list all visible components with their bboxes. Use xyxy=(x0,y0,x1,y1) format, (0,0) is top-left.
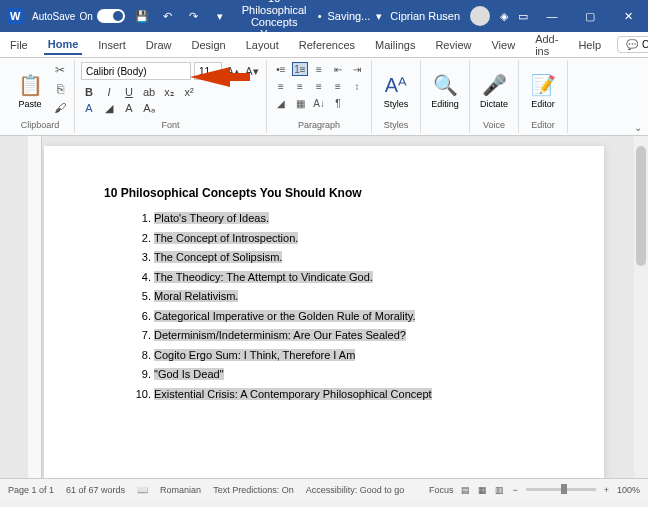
print-layout-icon[interactable]: ▤ xyxy=(461,485,470,495)
shading-button[interactable]: ◢ xyxy=(273,96,289,110)
page-count[interactable]: Page 1 of 1 xyxy=(8,485,54,495)
strike-button[interactable]: ab xyxy=(141,84,157,100)
editing-group: 🔍 Editing xyxy=(421,60,470,133)
list-item: "God Is Dead" xyxy=(154,366,544,383)
page[interactable]: 10 Philosophical Concepts You Should Kno… xyxy=(44,146,604,478)
diamond-icon[interactable]: ◈ xyxy=(500,10,508,23)
line-spacing-button[interactable]: ↕ xyxy=(349,79,365,93)
focus-mode[interactable]: Focus xyxy=(429,485,454,495)
font-group: Calibri (Body) 11 A▴ A▾ B I U ab x₂ x² A… xyxy=(75,60,267,133)
document-title: 10 Philosophical Concepts You... • Savin… xyxy=(237,0,383,40)
text-effects-button[interactable]: A xyxy=(121,100,137,116)
superscript-button[interactable]: x² xyxy=(181,84,197,100)
highlight-button[interactable]: ◢ xyxy=(101,100,117,116)
menubar: File Home Insert Draw Design Layout Refe… xyxy=(0,32,648,58)
sort-button[interactable]: A↓ xyxy=(311,96,327,110)
editing-button[interactable]: 🔍 Editing xyxy=(427,62,463,120)
multilevel-button[interactable]: ≡ xyxy=(311,62,327,76)
vertical-ruler[interactable] xyxy=(28,136,42,478)
font-name-select[interactable]: Calibri (Body) xyxy=(81,62,191,80)
menu-layout[interactable]: Layout xyxy=(242,36,283,54)
styles-group: Aᴬ Styles Styles xyxy=(372,60,421,133)
zoom-in-button[interactable]: + xyxy=(604,485,609,495)
menu-mailings[interactable]: Mailings xyxy=(371,36,419,54)
editor-button[interactable]: 📝 Editor xyxy=(525,62,561,120)
menu-file[interactable]: File xyxy=(6,36,32,54)
word-count[interactable]: 61 of 67 words xyxy=(66,485,125,495)
paste-button[interactable]: 📋 Paste xyxy=(12,62,48,120)
list-item: Existential Crisis: A Contemporary Philo… xyxy=(154,386,544,403)
align-left-button[interactable]: ≡ xyxy=(273,79,289,93)
minimize-button[interactable]: — xyxy=(538,6,566,26)
list-item: Determinism/Indeterminism: Are Our Fates… xyxy=(154,327,544,344)
increase-font-icon[interactable]: A▴ xyxy=(225,63,241,79)
list-item: Cogito Ergo Sum: I Think, Therefore I Am xyxy=(154,347,544,364)
align-center-button[interactable]: ≡ xyxy=(292,79,308,93)
editor-icon: 📝 xyxy=(531,73,556,97)
ribbon-mode-icon[interactable]: ▭ xyxy=(518,10,528,23)
italic-button[interactable]: I xyxy=(101,84,117,100)
avatar[interactable] xyxy=(470,6,490,26)
cut-icon[interactable]: ✂ xyxy=(52,62,68,78)
doc-heading: 10 Philosophical Concepts You Should Kno… xyxy=(104,186,544,200)
clear-format-button[interactable]: Aₐ xyxy=(141,100,157,116)
font-size-select[interactable]: 11 xyxy=(194,62,222,80)
menu-draw[interactable]: Draw xyxy=(142,36,176,54)
menu-help[interactable]: Help xyxy=(574,36,605,54)
styles-button[interactable]: Aᴬ Styles xyxy=(378,62,414,120)
menu-review[interactable]: Review xyxy=(431,36,475,54)
borders-button[interactable]: ▦ xyxy=(292,96,308,110)
increase-indent-button[interactable]: ⇥ xyxy=(349,62,365,76)
read-mode-icon[interactable]: ▦ xyxy=(478,485,487,495)
clipboard-icon: 📋 xyxy=(18,73,43,97)
menu-insert[interactable]: Insert xyxy=(94,36,130,54)
justify-button[interactable]: ≡ xyxy=(330,79,346,93)
copy-icon[interactable]: ⎘ xyxy=(52,81,68,97)
collapse-ribbon-icon[interactable]: ⌄ xyxy=(634,122,642,133)
user-name[interactable]: Ciprian Rusen xyxy=(390,10,460,22)
show-marks-button[interactable]: ¶ xyxy=(330,96,346,110)
menu-design[interactable]: Design xyxy=(187,36,229,54)
zoom-slider[interactable] xyxy=(526,488,596,491)
format-painter-icon[interactable]: 🖌 xyxy=(52,100,68,116)
vertical-scrollbar[interactable] xyxy=(634,136,648,478)
close-button[interactable]: ✕ xyxy=(614,6,642,26)
menu-addins[interactable]: Add-ins xyxy=(531,30,562,60)
menu-home[interactable]: Home xyxy=(44,35,83,55)
decrease-font-icon[interactable]: A▾ xyxy=(244,63,260,79)
list-item: The Concept of Solipsism. xyxy=(154,249,544,266)
editor-group: 📝 Editor Editor xyxy=(519,60,568,133)
decrease-indent-button[interactable]: ⇤ xyxy=(330,62,346,76)
list-item: Categorical Imperative or the Golden Rul… xyxy=(154,308,544,325)
word-icon: W xyxy=(6,7,24,25)
font-color-button[interactable]: A xyxy=(81,100,97,116)
align-right-button[interactable]: ≡ xyxy=(311,79,327,93)
list-item: The Theodicy: The Attempt to Vindicate G… xyxy=(154,269,544,286)
dropdown-icon[interactable]: ▾ xyxy=(211,7,229,25)
bullets-button[interactable]: •≡ xyxy=(273,62,289,76)
web-layout-icon[interactable]: ▥ xyxy=(495,485,504,495)
dictate-button[interactable]: 🎤 Dictate xyxy=(476,62,512,120)
redo-icon[interactable]: ↷ xyxy=(185,7,203,25)
paragraph-group: •≡ 1≡ ≡ ⇤ ⇥ ≡ ≡ ≡ ≡ ↕ ◢ ▦ A↓ ¶ Paragraph xyxy=(267,60,372,133)
save-icon[interactable]: 💾 xyxy=(133,7,151,25)
menu-view[interactable]: View xyxy=(487,36,519,54)
subscript-button[interactable]: x₂ xyxy=(161,84,177,100)
undo-icon[interactable]: ↶ xyxy=(159,7,177,25)
zoom-out-button[interactable]: − xyxy=(512,485,517,495)
underline-button[interactable]: U xyxy=(121,84,137,100)
numbering-button[interactable]: 1≡ xyxy=(292,62,308,76)
list-item: The Concept of Introspection. xyxy=(154,230,544,247)
language[interactable]: Romanian xyxy=(160,485,201,495)
text-predictions[interactable]: Text Predictions: On xyxy=(213,485,294,495)
statusbar: Page 1 of 1 61 of 67 words 📖 Romanian Te… xyxy=(0,478,648,500)
zoom-level[interactable]: 100% xyxy=(617,485,640,495)
comments-button[interactable]: 💬 Comments xyxy=(617,36,648,53)
accessibility[interactable]: Accessibility: Good to go xyxy=(306,485,405,495)
maximize-button[interactable]: ▢ xyxy=(576,6,604,26)
autosave-toggle[interactable]: AutoSave On xyxy=(32,9,125,23)
menu-references[interactable]: References xyxy=(295,36,359,54)
spell-check-icon[interactable]: 📖 xyxy=(137,485,148,495)
bold-button[interactable]: B xyxy=(81,84,97,100)
titlebar: W AutoSave On 💾 ↶ ↷ ▾ 10 Philosophical C… xyxy=(0,0,648,32)
